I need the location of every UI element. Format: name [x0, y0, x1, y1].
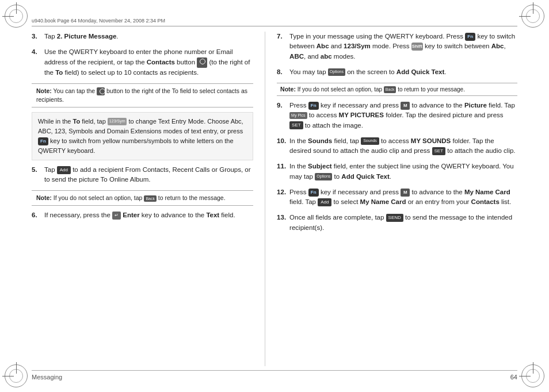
- note-3: Note: If you do not select an option, ta…: [277, 83, 517, 96]
- step-6: 6. If necessary, press the ↵ Enter key t…: [32, 210, 253, 220]
- step-7-abc: Abc: [317, 43, 329, 49]
- step-10-sounds: Sounds: [308, 137, 332, 144]
- add-btn-step12: Add: [318, 198, 331, 206]
- add-btn-step5: Add: [57, 166, 71, 174]
- enter-icon: ↵: [112, 212, 121, 220]
- set-btn-step9: SET: [289, 121, 303, 129]
- step-9: 9. Press Fn key if necessary and press M…: [277, 101, 517, 130]
- step-3-num: 3.: [32, 32, 42, 41]
- 123sym-key: 123/Sym: [108, 118, 127, 125]
- step-11-num: 11.: [277, 162, 287, 182]
- step-12-contacts: Contacts: [471, 198, 500, 205]
- info-box: While in the To field, tap 123/Sym to ch…: [32, 112, 253, 160]
- step-6-enter-bold: Enter: [123, 212, 139, 218]
- shift-key-step7: Shift: [411, 43, 423, 51]
- m-btn-step12: M: [401, 189, 410, 197]
- info-to-bold: To: [73, 118, 81, 125]
- step-4-num: 4.: [32, 47, 42, 78]
- content-area: 3. Tap 2. Picture Message. 4. Use the QW…: [32, 32, 517, 366]
- footer-section-name: Messaging: [32, 374, 510, 381]
- fn-key-step12: Fn: [308, 189, 319, 197]
- m-btn-step9: M: [401, 102, 410, 110]
- note-1: Note: You can tap the button to the righ…: [32, 83, 253, 107]
- step-12-num: 12.: [277, 187, 287, 207]
- step-9-picture: Picture: [464, 102, 487, 109]
- set-btn-step10: SET: [432, 147, 446, 155]
- fn-key-step7: Fn: [465, 33, 475, 41]
- step-6-text-bold: Text: [206, 212, 219, 218]
- step-4: 4. Use the QWERTY keyboard to enter the …: [32, 47, 253, 78]
- step-4-to-bold: To: [55, 69, 63, 76]
- sounds-btn-step10: Sounds: [361, 137, 379, 145]
- contacts-icon: [197, 57, 207, 68]
- corner-decoration-tr: [521, 5, 544, 28]
- step-8: 8. You may tap Options on the screen to …: [277, 67, 517, 77]
- header-bar: u940.book Page 64 Monday, November 24, 2…: [32, 16, 517, 26]
- mypics-btn-step9: My Pics: [289, 112, 307, 120]
- step-5-content: Tap Add to add a recipient From Contacts…: [44, 165, 253, 185]
- step-12-mynamecard: My Name Card: [464, 189, 510, 195]
- step-7-123sym: 123/Sym: [344, 43, 371, 49]
- step-11-subject: Subject: [308, 163, 332, 170]
- corner-decoration-br: [521, 364, 544, 387]
- footer: Messaging 64: [32, 370, 517, 381]
- step-7: 7. Type in your message using the QWERTY…: [277, 32, 517, 62]
- step-9-num: 9.: [277, 101, 287, 130]
- step-3-end: .: [116, 33, 118, 40]
- back-btn-note3: Back: [384, 86, 396, 93]
- step-8-addquick: Add Quick Text: [396, 68, 445, 75]
- send-btn-step13: SEND: [386, 214, 403, 222]
- step-11-content: In the Subject field, enter the subject …: [289, 162, 517, 182]
- step-7-content: Type in your message using the QWERTY ke…: [289, 32, 517, 62]
- note-1-label: Note:: [36, 87, 52, 94]
- step-10: 10. In the Sounds field, tap Sounds to a…: [277, 136, 517, 156]
- step-9-content: Press Fn key if necessary and press M to…: [289, 101, 517, 130]
- step-8-content: You may tap Options on the screen to Add…: [289, 67, 517, 77]
- back-btn-note2: Back: [144, 195, 157, 202]
- header-title: u940.book Page 64 Monday, November 24, 2…: [32, 18, 165, 24]
- step-6-num: 6.: [32, 210, 42, 220]
- step-4-content: Use the QWERTY keyboard to enter the pho…: [44, 47, 253, 78]
- step-10-num: 10.: [277, 136, 287, 156]
- fn-key-step9: Fn: [308, 102, 319, 110]
- step-3: 3. Tap 2. Picture Message.: [32, 32, 253, 41]
- left-column: 3. Tap 2. Picture Message. 4. Use the QW…: [32, 32, 265, 366]
- footer-page-number: 64: [510, 374, 517, 381]
- step-12-mynamecard2: My Name Card: [360, 198, 406, 205]
- contacts-icon-note: [97, 87, 105, 95]
- step-5-num: 5.: [32, 165, 42, 185]
- corner-decoration-bl: [5, 364, 28, 387]
- step-10-mysounds: MY SOUNDS: [411, 137, 451, 144]
- step-3-content: Tap 2. Picture Message.: [44, 32, 253, 41]
- step-12-content: Press Fn key if necessary and press M to…: [289, 187, 517, 207]
- step-10-content: In the Sounds field, tap Sounds to acces…: [289, 136, 517, 156]
- options-btn-step8: Options: [328, 68, 345, 76]
- step-12: 12. Press Fn key if necessary and press …: [277, 187, 517, 207]
- options-btn-step11: Options: [315, 173, 332, 180]
- step-8-num: 8.: [277, 67, 287, 77]
- step-6-content: If necessary, press the ↵ Enter key to a…: [44, 210, 253, 220]
- step-3-bold: 2. Picture Message: [57, 33, 117, 40]
- step-11-addquick: Add Quick Text: [341, 173, 390, 180]
- page-container: u940.book Page 64 Monday, November 24, 2…: [0, 0, 549, 392]
- note-2: Note: If you do not select an option, ta…: [32, 190, 253, 206]
- step-7-num: 7.: [277, 32, 287, 62]
- step-13-content: Once all fields are complete, tap SEND t…: [289, 213, 517, 233]
- note-3-label: Note:: [280, 86, 296, 93]
- step-13-num: 13.: [277, 213, 287, 233]
- right-column: 7. Type in your message using the QWERTY…: [265, 32, 517, 366]
- step-13: 13. Once all fields are complete, tap SE…: [277, 213, 517, 233]
- step-11: 11. In the Subject field, enter the subj…: [277, 162, 517, 182]
- fn-key-info: Fn: [38, 137, 48, 145]
- step-4-contacts-bold: Contacts: [147, 59, 175, 66]
- note-2-label: Note:: [36, 194, 52, 201]
- step-5: 5. Tap Add to add a recipient From Conta…: [32, 165, 253, 185]
- step-9-mypictures: MY PICTURES: [339, 112, 384, 118]
- corner-decoration-tl: [5, 5, 28, 28]
